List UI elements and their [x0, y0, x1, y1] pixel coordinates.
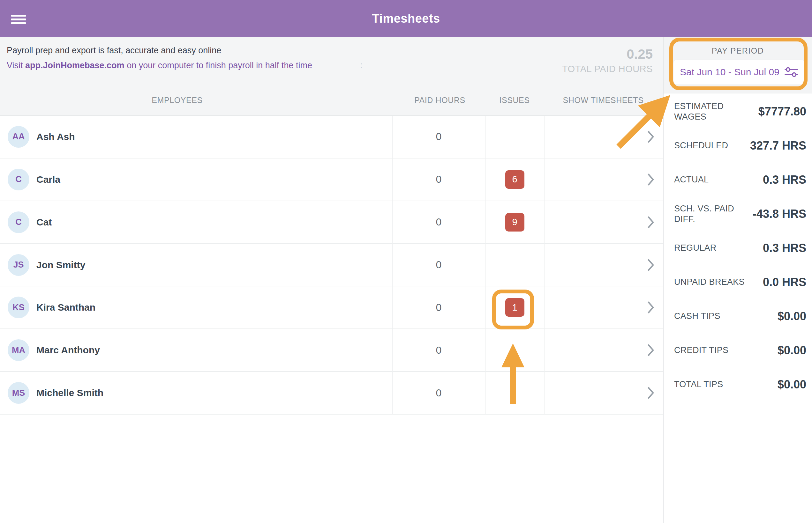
table-row[interactable]: C Cat 0 9 [0, 201, 663, 244]
paid-hours-value: 0 [392, 259, 485, 271]
table-row[interactable]: C Carla 0 6 [0, 159, 663, 201]
stat-label: SCHEDULED [674, 140, 728, 151]
column-header-employees: EMPLOYEES [152, 96, 203, 105]
issues-badge: 9 [505, 213, 524, 232]
page-title: Timesheets [0, 0, 812, 37]
show-timesheets-cell[interactable] [544, 216, 663, 228]
paid-hours-value: 0 [392, 131, 485, 143]
avatar: C [8, 212, 29, 233]
employee-name: Michelle Smith [36, 387, 103, 398]
employee-name: Kira Santhan [36, 302, 96, 313]
total-paid-hours: 0.25 TOTAL PAID HOURS [562, 47, 653, 75]
table-row[interactable]: MA Marc Anthony 0 [0, 329, 663, 372]
homebase-link[interactable]: app.JoinHomebase.com [25, 60, 124, 70]
avatar: KS [8, 296, 29, 318]
column-divider [392, 116, 393, 415]
issues-cell: 1 [485, 298, 544, 317]
stat-label: TOTAL TIPS [674, 379, 723, 390]
show-timesheets-cell[interactable] [544, 174, 663, 186]
show-timesheets-cell[interactable] [544, 131, 663, 143]
timesheets-page: Timesheets Payroll prep and export is fa… [0, 0, 812, 523]
summary-panel: PAY PERIOD Sat Jun 10 - Sun Jul 09 ESTIM… [663, 37, 812, 523]
issues-cell: 9 [485, 213, 544, 232]
stat-label: REGULAR [674, 243, 716, 253]
stat-label: ACTUAL [674, 175, 709, 185]
stat-row: CASH TIPS $0.00 [674, 299, 806, 333]
employee-cell: KS Kira Santhan [0, 296, 392, 318]
issues-badge-highlighted[interactable]: 1 [505, 298, 524, 317]
stray-colon-mark: : [360, 60, 363, 71]
stat-row: ACTUAL 0.3 HRS [674, 163, 806, 197]
chevron-right-icon[interactable] [647, 216, 654, 228]
employee-table: AA Ash Ash 0 C Carla 0 6 [0, 116, 663, 415]
employee-name: Cat [36, 217, 52, 228]
chevron-right-icon[interactable] [647, 301, 654, 313]
stat-value: -43.8 HRS [753, 207, 806, 221]
stat-value: $0.00 [778, 378, 806, 391]
employee-name: Marc Anthony [36, 345, 100, 356]
pay-period-selector[interactable]: Sat Jun 10 - Sun Jul 09 [673, 60, 804, 85]
avatar: MA [8, 339, 29, 361]
avatar: JS [8, 254, 29, 276]
employee-cell: AA Ash Ash [0, 126, 392, 148]
stat-label: UNPAID BREAKS [674, 277, 745, 287]
paid-hours-value: 0 [392, 216, 485, 228]
employee-name: Jon Smitty [36, 259, 85, 270]
table-row-highlighted[interactable]: KS Kira Santhan 0 1 [0, 286, 663, 329]
show-timesheets-cell[interactable] [544, 344, 663, 356]
subheader: Payroll prep and export is fast, accurat… [0, 37, 663, 116]
chevron-right-icon[interactable] [647, 344, 654, 356]
stat-row: CREDIT TIPS $0.00 [674, 333, 806, 367]
stat-row: TOTAL TIPS $0.00 [674, 367, 806, 401]
employee-cell: C Cat [0, 212, 392, 233]
show-timesheets-cell[interactable] [544, 259, 663, 271]
stat-label: ESTIMATED WAGES [674, 101, 754, 122]
stat-row: UNPAID BREAKS 0.0 HRS [674, 265, 806, 299]
stat-value: $0.00 [778, 344, 806, 357]
employee-cell: JS Jon Smitty [0, 254, 392, 276]
total-paid-hours-value: 0.25 [562, 47, 653, 62]
stat-row: REGULAR 0.3 HRS [674, 231, 806, 265]
employee-name: Ash Ash [36, 131, 75, 142]
summary-stats: ESTIMATED WAGES $7777.80 SCHEDULED 327.7… [674, 94, 806, 401]
table-row[interactable]: JS Jon Smitty 0 [0, 244, 663, 287]
avatar: MS [8, 382, 29, 404]
app-header: Timesheets [0, 0, 812, 37]
table-row[interactable]: AA Ash Ash 0 [0, 116, 663, 159]
stat-row: ESTIMATED WAGES $7777.80 [674, 94, 806, 128]
chevron-right-icon[interactable] [647, 131, 654, 143]
stat-value: 0.3 HRS [763, 173, 806, 186]
employee-cell: MS Michelle Smith [0, 382, 392, 404]
column-divider [544, 116, 545, 415]
chevron-right-icon[interactable] [647, 387, 654, 399]
stat-label: CASH TIPS [674, 311, 720, 322]
filter-sliders-icon [784, 66, 798, 78]
chevron-right-icon[interactable] [647, 259, 654, 271]
stat-label: SCH. VS. PAID DIFF. [674, 203, 753, 224]
paid-hours-value: 0 [392, 302, 485, 313]
table-row[interactable]: MS Michelle Smith 0 [0, 372, 663, 415]
employee-name: Carla [36, 174, 60, 185]
paid-hours-value: 0 [392, 387, 485, 399]
show-timesheets-cell[interactable] [544, 301, 663, 313]
avatar: C [8, 169, 29, 191]
link-suffix: on your computer to finish payroll in ha… [124, 60, 312, 70]
stat-label: CREDIT TIPS [674, 345, 728, 356]
chevron-right-icon[interactable] [647, 174, 654, 186]
pay-period-value: Sat Jun 10 - Sun Jul 09 [680, 67, 779, 77]
stat-row: SCH. VS. PAID DIFF. -43.8 HRS [674, 197, 806, 231]
stat-value: 0.0 HRS [763, 275, 806, 289]
link-prefix: Visit [7, 60, 25, 70]
issues-badge: 6 [505, 170, 524, 189]
avatar: AA [8, 126, 29, 148]
paid-hours-value: 0 [392, 174, 485, 185]
column-header-paid-hours: PAID HOURS [414, 96, 465, 105]
pay-period-label: PAY PERIOD [663, 46, 812, 55]
pay-period-section: PAY PERIOD Sat Jun 10 - Sun Jul 09 [663, 37, 812, 93]
column-header-show-timesheets: SHOW TIMESHEETS [563, 96, 643, 105]
show-timesheets-cell[interactable] [544, 387, 663, 399]
main-content: Payroll prep and export is fast, accurat… [0, 37, 663, 523]
total-paid-hours-label: TOTAL PAID HOURS [562, 62, 653, 75]
column-divider [485, 116, 486, 415]
stat-value: $0.00 [778, 310, 806, 323]
